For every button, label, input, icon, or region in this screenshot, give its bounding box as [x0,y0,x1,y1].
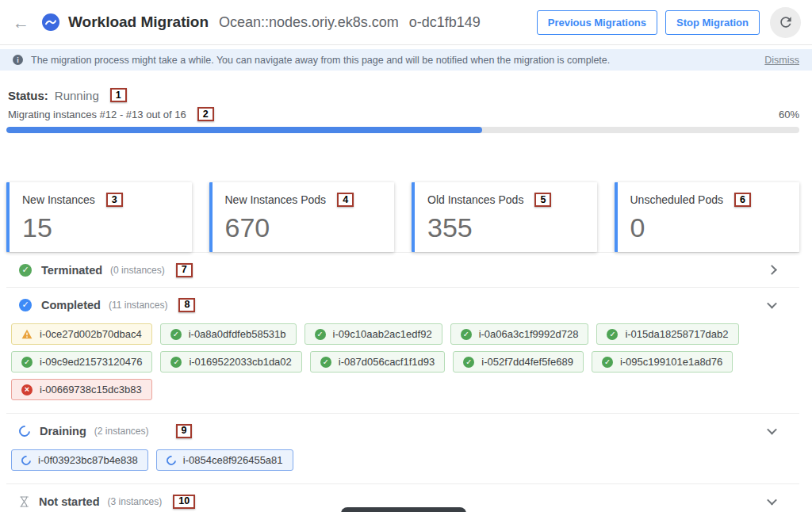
section-draining-header[interactable]: Draining (2 instances) 9 [6,414,799,448]
card-new-instances-pods: New Instances Pods 4 670 [209,182,395,252]
card-value: 15 [22,212,179,243]
success-check-icon: ✓ [607,329,618,340]
chevron-right-icon [767,265,777,275]
instance-chip[interactable]: ✓ i-0a06a3c1f9992d728 [450,323,589,345]
instance-chip[interactable]: ✓ i-052f7dd4fef5fe689 [453,351,584,373]
success-check-icon: ✓ [170,329,182,340]
section-completed-header[interactable]: ✓ Completed (11 instances) 8 [6,288,799,322]
instance-chip[interactable]: ✓ i-09c10aab2ac1edf92 [304,323,442,345]
spinner-icon [20,453,33,467]
instance-chip[interactable]: × i-00669738c15dc3b83 [11,379,152,400]
annotation-marker-8: 8 [178,298,195,312]
instance-id: i-00669738c15dc3b83 [40,384,142,395]
warning-icon [21,329,33,339]
section-terminated-header[interactable]: ✓ Terminated (0 instances) 7 [6,253,799,287]
annotation-marker-4: 4 [337,193,354,207]
instance-id: i-052f7dd4fef5fe689 [481,356,573,368]
completed-collapse-button[interactable] [765,296,779,314]
previous-migrations-button[interactable]: Previous Migrations [537,10,657,35]
instance-chip[interactable]: i-0854ce8f926455a81 [156,449,293,471]
instance-id: i-0a06a3c1f9992d728 [479,328,579,340]
progress-bar [6,127,799,133]
card-label: Old Instances Pods 5 [427,193,584,207]
section-count: (11 instances) [109,300,167,311]
success-check-icon: ✓ [320,357,331,368]
section-count: (0 instances) [110,265,165,276]
section-count: (2 instances) [94,426,149,437]
instance-chip[interactable]: i-0f03923bc87b4e838 [11,449,148,471]
terminated-check-icon: ✓ [19,264,32,277]
draining-instances-list: i-0f03923bc87b4e838 i-0854ce8f926455a81 [6,448,799,483]
chevron-down-icon [767,495,777,506]
card-label-text: New Instances Pods [225,193,327,206]
instance-id: i-0ce27d002b70dbac4 [40,328,142,340]
completed-instances-list: i-0ce27d002b70dbac4 ✓ i-0a8a0dfdfeb58531… [6,322,799,413]
instance-chip[interactable]: ✓ i-0169522033cb1da02 [160,351,301,373]
annotation-marker-9: 9 [176,424,193,438]
status-row: Status: Running 1 [6,88,799,102]
spinner-icon [164,453,178,467]
cluster-id: o-dc1fb149 [409,14,481,31]
card-unscheduled-pods: Unscheduled Pods 6 0 [615,182,800,252]
app-header: ← Workload Migration Ocean::nodes.oriy.e… [0,0,812,45]
instance-id: i-087d056cacf1f1d93 [339,356,435,368]
terminated-expand-button[interactable] [765,261,779,279]
success-check-icon: ✓ [461,329,472,340]
instance-chip[interactable]: ✓ i-015da18258717dab2 [596,323,738,345]
migration-content: Status: Running 1 Migrating instances #1… [0,88,812,512]
card-label: New Instances 3 [22,193,179,207]
instance-id: i-015da18258717dab2 [625,328,728,340]
card-old-instances-pods: Old Instances Pods 5 355 [412,182,597,252]
success-check-icon: ✓ [21,357,33,368]
stop-migration-button[interactable]: Stop Migration [665,10,760,35]
instance-chip[interactable]: ✓ i-095c199101e1a8d76 [592,351,733,373]
not-started-collapse-button[interactable] [765,492,779,510]
section-title: Not started [39,495,100,508]
ocean-logo-icon [42,13,59,31]
draining-spinner-icon [19,426,30,437]
card-value: 355 [427,212,584,243]
instance-chip[interactable]: ✓ i-0a8a0dfdfeb58531b [160,323,297,345]
instance-id: i-0854ce8f926455a81 [183,454,283,466]
card-label-text: Old Instances Pods [427,193,523,206]
hourglass-icon [19,496,29,507]
instance-id: i-095c199101e1a8d76 [620,356,722,368]
progress-percent: 60% [779,109,799,120]
summary-cards: New Instances 3 15 New Instances Pods 4 … [6,182,799,252]
annotation-marker-1: 1 [110,88,127,102]
annotation-marker-6: 6 [734,193,751,207]
info-banner: i The migration process might take a whi… [0,49,812,71]
banner-message: The migration process might take a while… [31,55,610,66]
section-title: Draining [40,425,86,437]
annotation-marker-5: 5 [534,193,551,207]
instance-chip[interactable]: i-0ce27d002b70dbac4 [11,323,152,345]
success-check-icon: ✓ [315,329,326,340]
completed-check-icon: ✓ [19,299,32,311]
progress-detail: Migrating instances #12 - #13 out of 16 [8,109,186,120]
instance-id: i-0f03923bc87b4e838 [38,454,138,466]
cluster-name: Ocean::nodes.oriy.ek8s.com [219,14,399,31]
dismiss-link[interactable]: Dismiss [764,55,799,66]
instance-id: i-09c9ed21573120476 [40,356,142,368]
bottom-toast-partial [341,507,466,512]
instance-chip[interactable]: ✓ i-09c9ed21573120476 [11,351,152,373]
back-arrow-icon[interactable]: ← [13,14,29,31]
annotation-marker-2: 2 [197,107,214,121]
refresh-button[interactable] [770,7,801,38]
draining-collapse-button[interactable] [765,422,779,440]
card-label-text: New Instances [22,193,95,206]
section-title: Completed [41,299,101,311]
page-title: Workload Migration [68,13,209,31]
error-x-icon: × [21,384,33,395]
annotation-marker-10: 10 [173,495,195,509]
card-value: 670 [225,212,382,243]
card-new-instances: New Instances 3 15 [6,182,192,252]
instance-chip[interactable]: ✓ i-087d056cacf1f1d93 [310,351,445,373]
chevron-down-icon [767,425,777,435]
section-count: (3 instances) [108,496,163,507]
instance-id: i-0169522033cb1da02 [189,356,291,368]
success-check-icon: ✓ [463,357,474,368]
status-label: Status: [8,89,48,102]
card-value: 0 [630,212,787,243]
section-title: Terminated [41,264,102,277]
